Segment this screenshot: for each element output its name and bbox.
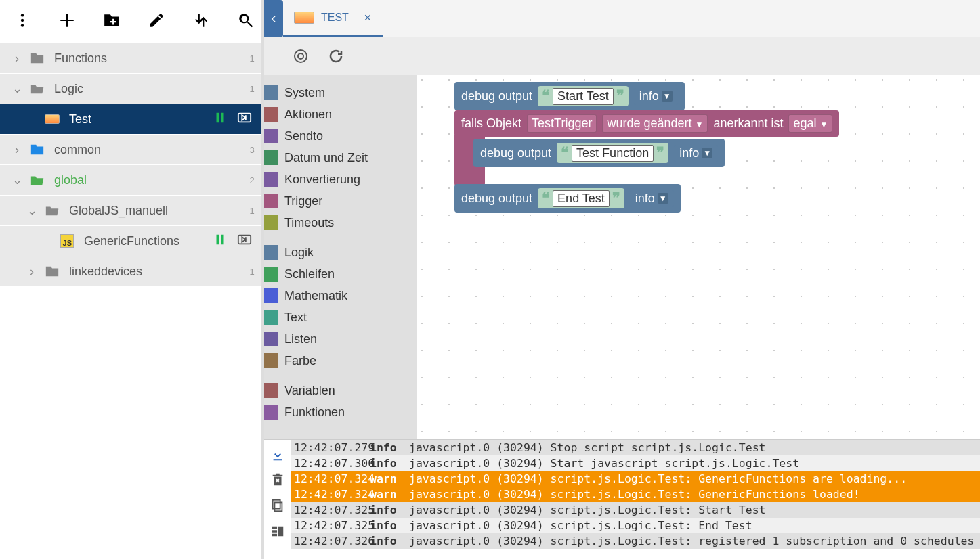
debug-block-3[interactable]: debug output ❝End Test❞ info▼ [454, 184, 681, 213]
pause-icon[interactable] [213, 232, 228, 250]
log-row: 12:42:07.279infojavascript.0 (30294) Sto… [291, 440, 980, 455]
category-logik[interactable]: Logik [264, 242, 417, 263]
log-time: 12:42:07.300 [291, 455, 370, 471]
log-time: 12:42:07.279 [291, 440, 370, 455]
tree-row-functions[interactable]: ›Functions1 [0, 43, 261, 73]
add-folder-button[interactable] [103, 7, 121, 34]
pause-icon[interactable] [213, 110, 228, 129]
tree-row-globaljs_manuell[interactable]: ⌄GlobalJS_manuell1 [0, 196, 261, 225]
category-label: Variablen [284, 384, 335, 398]
category-variablen[interactable]: Variablen [264, 380, 417, 401]
tree-label: Functions [47, 51, 248, 66]
svg-point-2 [21, 24, 24, 26]
level-arg[interactable]: info▼ [630, 190, 674, 207]
category-label: Timeouts [284, 216, 334, 230]
close-tab-icon[interactable]: ✕ [364, 12, 372, 23]
console-log[interactable]: 12:42:07.279infojavascript.0 (30294) Sto… [291, 440, 980, 559]
sidebar: ›Functions1⌄Logic1Test›common3⌄global2⌄G… [0, 0, 264, 559]
log-level: info [370, 455, 409, 471]
folder-open-icon [27, 81, 47, 96]
category-listen[interactable]: Listen [264, 328, 417, 350]
edit-button[interactable] [148, 7, 165, 34]
tree-label: GenericFunctions [77, 234, 213, 248]
app-root: ›Functions1⌄Logic1Test›common3⌄global2⌄G… [0, 0, 980, 559]
editor-toolbar [264, 37, 980, 75]
tab-label: TEST [321, 12, 349, 24]
tree-row-global[interactable]: ⌄global2 [0, 165, 261, 195]
trig-prefix: falls Objekt [461, 116, 521, 131]
folder-icon [27, 51, 47, 66]
category-label: Aktionen [284, 108, 332, 122]
trig-object[interactable]: TestTrigger [527, 114, 597, 133]
debug-block-1[interactable]: debug output ❝Start Test❞ info▼ [454, 82, 685, 110]
category-datum-und-zeit[interactable]: Datum und Zeit [264, 147, 417, 169]
log-message: javascript.0 (30294) Start javascript sc… [409, 455, 980, 471]
category-label: Trigger [284, 194, 322, 208]
trig-val[interactable]: egal ▼ [788, 114, 832, 133]
script-tree: ›Functions1⌄Logic1Test›common3⌄global2⌄G… [0, 41, 261, 559]
level-arg[interactable]: info▼ [634, 88, 678, 105]
category-label: Listen [284, 332, 317, 346]
import-export-button[interactable] [192, 7, 210, 34]
folder-open-icon [42, 203, 62, 218]
level-arg[interactable]: info▼ [674, 145, 718, 162]
debug-block-2[interactable]: debug output ❝Test Function❞ info▼ [473, 139, 725, 167]
refresh-icon[interactable] [328, 48, 344, 64]
log-message: javascript.0 (30294) script.js.Logic.Tes… [409, 487, 980, 502]
tree-row-genericfunctions[interactable]: JSGenericFunctions [0, 226, 261, 256]
tree-label: linkeddevices [62, 265, 248, 279]
category-farbe[interactable]: Farbe [264, 350, 417, 372]
tree-row-linkeddevices[interactable]: ›linkeddevices1 [0, 256, 261, 286]
tree-row-logic[interactable]: ⌄Logic1 [0, 74, 261, 104]
copy-log-icon[interactable] [270, 498, 285, 513]
svg-point-5 [298, 53, 303, 59]
js-icon: JS [57, 234, 77, 248]
scroll-down-icon[interactable] [270, 447, 285, 462]
add-button[interactable] [58, 7, 76, 34]
tree-label: Test [62, 112, 213, 127]
tree-label: global [47, 173, 248, 187]
trigger-block[interactable]: falls Objekt TestTrigger wurde geändert … [454, 110, 839, 137]
layout-icon[interactable] [270, 524, 285, 539]
clear-log-icon[interactable] [270, 472, 285, 487]
string-arg[interactable]: ❝Start Test❞ [538, 86, 629, 106]
category-funktionen[interactable]: Funktionen [264, 401, 417, 423]
log-level: info [370, 502, 409, 518]
log-level: info [370, 533, 409, 549]
tree-row-test[interactable]: Test [0, 104, 261, 134]
category-label: Sendto [284, 129, 323, 143]
category-label: Datum und Zeit [284, 151, 368, 165]
trig-op[interactable]: wurde geändert ▼ [602, 114, 708, 133]
tree-badge: 3 [248, 145, 256, 155]
category-timeouts[interactable]: Timeouts [264, 212, 417, 233]
locate-icon[interactable] [293, 48, 309, 64]
string-arg[interactable]: ❝Test Function❞ [557, 143, 668, 163]
tab-test[interactable]: TEST ✕ [283, 0, 383, 37]
category-schleifen[interactable]: Schleifen [264, 263, 417, 285]
log-level: info [370, 518, 409, 533]
svg-rect-8 [273, 500, 280, 509]
tree-label: Logic [47, 82, 248, 96]
category-konvertierung[interactable]: Konvertierung [264, 169, 417, 190]
category-system[interactable]: System [264, 82, 417, 104]
tree-row-common[interactable]: ›common3 [0, 135, 261, 164]
log-message: javascript.0 (30294) script.js.Logic.Tes… [409, 533, 980, 549]
menu-button[interactable] [14, 7, 31, 34]
category-aktionen[interactable]: Aktionen [264, 104, 417, 125]
category-sendto[interactable]: Sendto [264, 125, 417, 147]
folder-icon [27, 142, 47, 157]
string-arg[interactable]: ❝End Test❞ [538, 188, 624, 208]
collapse-tab-button[interactable] [264, 0, 283, 37]
category-mathematik[interactable]: Mathematik [264, 285, 417, 307]
log-level: info [370, 440, 409, 455]
category-text[interactable]: Text [264, 307, 417, 328]
category-trigger[interactable]: Trigger [264, 190, 417, 212]
log-row: 12:42:07.325infojavascript.0 (30294) scr… [291, 518, 980, 533]
svg-point-1 [21, 19, 24, 22]
trig-op2-label: anerkannt ist [713, 116, 783, 131]
run-icon[interactable] [237, 110, 252, 129]
blockly-canvas[interactable]: debug output ❝Start Test❞ info▼ falls Ob… [417, 75, 980, 439]
run-icon[interactable] [237, 232, 252, 250]
log-row: 12:42:07.325infojavascript.0 (30294) scr… [291, 502, 980, 518]
search-button[interactable] [237, 7, 255, 34]
